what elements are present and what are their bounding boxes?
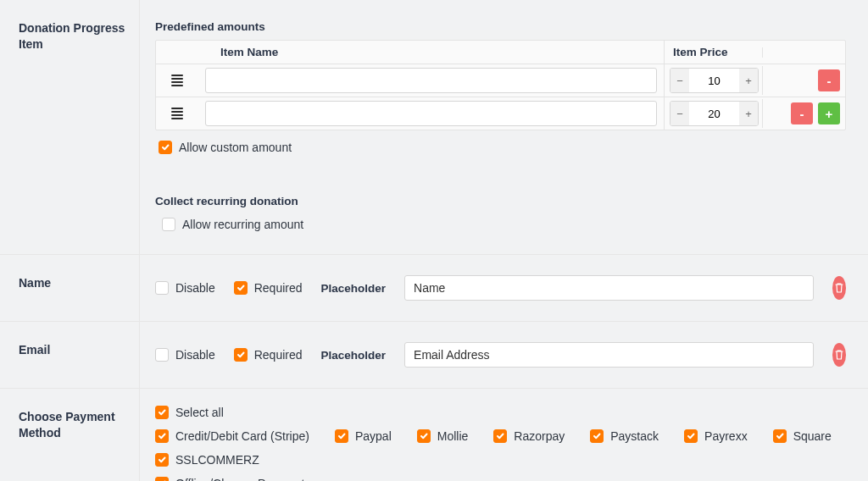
trash-icon <box>834 349 844 361</box>
payment-method-option[interactable]: Credit/Debit Card (Stripe) <box>155 429 309 443</box>
checkbox-icon <box>234 281 248 295</box>
drag-handle-icon[interactable] <box>171 75 183 86</box>
checkbox-icon <box>155 348 169 362</box>
trash-icon <box>834 282 844 294</box>
stepper-increment[interactable]: + <box>739 69 758 92</box>
payment-method-label: Paystack <box>610 429 659 443</box>
head-handle <box>156 47 212 58</box>
remove-row-button[interactable]: - <box>791 102 813 124</box>
payment-method-label: Payrexx <box>704 429 748 443</box>
add-row-button[interactable]: + <box>818 102 840 124</box>
checkbox-icon <box>417 429 431 443</box>
allow-custom-amount-label: Allow custom amount <box>179 141 292 154</box>
checkbox-icon <box>590 429 604 443</box>
checkbox-icon <box>234 348 248 362</box>
item-name-input[interactable] <box>205 101 657 126</box>
required-label: Required <box>254 281 303 295</box>
checkbox-icon <box>684 429 698 443</box>
delete-email-button[interactable] <box>832 343 846 367</box>
stepper-increment[interactable]: + <box>739 102 758 125</box>
payment-method-label: Credit/Debit Card (Stripe) <box>175 429 309 443</box>
section-label-email: Email <box>0 322 140 388</box>
payment-method-option[interactable]: Razorpay <box>493 429 565 443</box>
payment-method-option[interactable]: Mollie <box>417 429 469 443</box>
checkbox-icon <box>155 453 169 467</box>
payment-method-label: Offline/Cheque Payment <box>175 477 304 481</box>
stepper-decrement[interactable]: − <box>670 69 689 92</box>
payment-method-option[interactable]: Paypal <box>335 429 392 443</box>
placeholder-label: Placeholder <box>321 282 387 295</box>
payment-method-label: Square <box>793 429 832 443</box>
payment-method-option[interactable]: SSLCOMMERZ <box>155 453 259 467</box>
collect-recurring-title: Collect recurring donation <box>155 154 846 214</box>
name-disable-option[interactable]: Disable <box>155 281 215 295</box>
allow-custom-amount-option[interactable]: Allow custom amount <box>159 141 292 154</box>
payment-method-label: Mollie <box>437 429 469 443</box>
section-label-name: Name <box>0 255 140 321</box>
head-actions <box>762 47 845 58</box>
remove-row-button[interactable]: - <box>818 69 840 91</box>
checkbox-icon <box>162 218 175 231</box>
name-required-option[interactable]: Required <box>234 281 303 295</box>
item-price-input[interactable] <box>689 102 739 125</box>
allow-recurring-option[interactable]: Allow recurring amount <box>162 218 303 231</box>
payment-method-option[interactable]: Square <box>773 429 832 443</box>
predefined-amounts-table: Item Name Item Price − + <box>155 40 846 130</box>
payment-method-label: SSLCOMMERZ <box>175 453 259 467</box>
item-price-input[interactable] <box>689 69 739 92</box>
select-all-option[interactable]: Select all <box>155 406 846 419</box>
payment-method-option[interactable]: Payrexx <box>684 429 748 443</box>
section-label-donation-progress: Donation Progress Item <box>0 0 140 254</box>
email-required-option[interactable]: Required <box>234 348 303 362</box>
payment-method-option[interactable]: Offline/Cheque Payment <box>155 477 846 481</box>
checkbox-icon <box>159 141 172 154</box>
payment-method-option[interactable]: Paystack <box>590 429 659 443</box>
checkbox-icon <box>335 429 348 443</box>
drag-handle-icon[interactable] <box>171 108 183 119</box>
head-item-name: Item Name <box>212 41 664 64</box>
payment-method-list: Select all Credit/Debit Card (Stripe) Pa… <box>155 389 846 481</box>
predefined-amounts-title: Predefined amounts <box>155 0 846 40</box>
item-name-input[interactable] <box>205 68 657 93</box>
item-price-stepper[interactable]: − + <box>670 101 759 126</box>
disable-label: Disable <box>175 348 215 362</box>
checkbox-icon <box>773 429 787 443</box>
table-row: − + - + <box>156 97 845 130</box>
required-label: Required <box>254 348 303 362</box>
payment-method-label: Paypal <box>355 429 392 443</box>
checkbox-icon <box>155 281 169 295</box>
checkbox-icon <box>155 406 169 419</box>
item-price-stepper[interactable]: − + <box>670 68 759 93</box>
head-item-price: Item Price <box>664 41 762 64</box>
email-placeholder-input[interactable] <box>404 342 814 368</box>
allow-recurring-label: Allow recurring amount <box>182 218 303 231</box>
select-all-label: Select all <box>175 406 224 419</box>
checkbox-icon <box>155 477 169 481</box>
disable-label: Disable <box>175 281 215 295</box>
stepper-decrement[interactable]: − <box>670 102 689 125</box>
placeholder-label: Placeholder <box>321 349 387 362</box>
payment-method-label: Razorpay <box>514 429 565 443</box>
table-row: − + - <box>156 64 845 97</box>
email-disable-option[interactable]: Disable <box>155 348 215 362</box>
checkbox-icon <box>155 429 169 443</box>
delete-name-button[interactable] <box>832 276 846 300</box>
name-placeholder-input[interactable] <box>404 275 814 301</box>
checkbox-icon <box>493 429 507 443</box>
section-label-payment: Choose Payment Method <box>0 389 140 481</box>
